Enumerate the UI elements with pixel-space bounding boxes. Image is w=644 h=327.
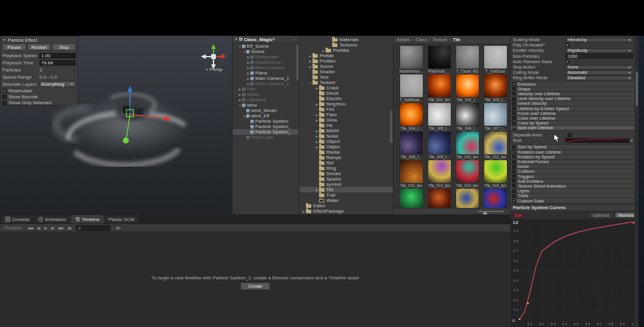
- module-texture-sheet-animation[interactable]: Texture Sheet Animation: [510, 184, 639, 189]
- hierarchy-item-scene[interactable]: ▼Scene: [233, 49, 299, 54]
- tab-console[interactable]: Console: [1, 215, 33, 223]
- project-folder-fire[interactable]: Fire: [299, 107, 393, 112]
- optimize-button[interactable]: Optimize: [589, 212, 613, 218]
- auto-random-seed-checkbox[interactable]: ✓: [565, 60, 569, 64]
- hierarchy-item-particle-system[interactable]: Particle System_: [233, 124, 299, 129]
- asset-tile-tile-008-t[interactable]: Tile_008_t...: [397, 132, 425, 160]
- timeline-options-dropdown[interactable]: ▼: [114, 225, 122, 231]
- project-folder-test[interactable]: Test: [299, 74, 393, 80]
- project-folder-sparks[interactable]: Sparks: [299, 176, 393, 182]
- expand-arrow-icon[interactable]: ▶: [315, 102, 319, 106]
- expand-arrow-icon[interactable]: ▶: [315, 145, 319, 149]
- hierarchy-item-water[interactable]: ▶Water: [233, 92, 299, 97]
- module-checkbox[interactable]: ✓: [512, 150, 516, 154]
- asset-tile-tile-007-t[interactable]: Tile_007_t...: [481, 103, 509, 132]
- module-checkbox[interactable]: ✓: [512, 126, 516, 130]
- module-checkbox[interactable]: [512, 87, 516, 91]
- hierarchy-scene-header[interactable]: ▼ Class_Magic* ⋮: [233, 36, 299, 43]
- transport-button-4[interactable]: ▶▶|: [56, 225, 66, 231]
- project-folder-water[interactable]: Water: [299, 198, 393, 203]
- module-custom-data[interactable]: ✓Custom Data: [510, 198, 639, 203]
- hierarchy-item-particle-system[interactable]: Particle System: [233, 119, 299, 124]
- project-folder-profiles[interactable]: ▶Profiles: [299, 58, 393, 64]
- transport-button-5[interactable]: [▶]: [66, 225, 73, 231]
- expand-arrow-icon[interactable]: ▶: [246, 55, 250, 59]
- project-folder-texture[interactable]: ▼Texture: [299, 80, 393, 85]
- view-orientation-gizmo[interactable]: x: [200, 43, 227, 70]
- hierarchy-item-wind-model[interactable]: wind_Model: [233, 108, 299, 113]
- asset-tile-tile-002-t[interactable]: Tile_002_t...: [453, 74, 481, 103]
- module-checkbox[interactable]: ✓: [512, 199, 516, 203]
- hierarchy-item-main-camera-1[interactable]: ▶Main Camera_1: [233, 76, 299, 81]
- transport-button-2[interactable]: ▶: [42, 225, 49, 231]
- expand-arrow-icon[interactable]: ▼: [308, 81, 312, 85]
- project-folder-decal[interactable]: Decal: [299, 91, 393, 96]
- expand-arrow-icon[interactable]: ▶: [246, 71, 250, 75]
- module-checkbox[interactable]: [512, 175, 516, 178]
- tab-timeline[interactable]: Timeline: [71, 215, 104, 223]
- expand-arrow-icon[interactable]: ▶: [238, 88, 242, 91]
- expand-arrow-icon[interactable]: ▶: [246, 77, 250, 80]
- hierarchy-item-watermark[interactable]: ▶Watermark: [233, 54, 299, 60]
- module-checkbox[interactable]: [512, 102, 516, 105]
- project-folder-ink[interactable]: Ink: [299, 123, 393, 128]
- expand-arrow-icon[interactable]: ▶: [308, 54, 312, 58]
- stop-action-dropdown[interactable]: None▼: [565, 65, 633, 70]
- project-folder-editor[interactable]: Editor: [299, 203, 393, 208]
- expand-arrow-icon[interactable]: ▶: [238, 93, 242, 96]
- project-folder-smoke[interactable]: Smoke: [299, 171, 393, 176]
- asset-tile-tile-009-t[interactable]: Tile_009_t...: [425, 132, 453, 160]
- module-checkbox[interactable]: [512, 194, 516, 198]
- asset-tile-t-softdust[interactable]: T_SoftDust: [481, 46, 509, 74]
- project-folder-shader[interactable]: Shader: [299, 69, 393, 74]
- expand-arrow-icon[interactable]: ▶: [315, 119, 319, 122]
- expand-arrow-icon[interactable]: ▶: [246, 61, 250, 64]
- kebab-menu-icon[interactable]: ⋮: [292, 37, 297, 42]
- hierarchy-item-eff-scene[interactable]: ▼Eff_Scene: [233, 43, 299, 49]
- project-folder-electric[interactable]: Electric: [299, 96, 393, 101]
- asset-tile-t-cloud-m2[interactable]: T_Cloud_M2: [453, 46, 481, 74]
- size-curve-field[interactable]: [565, 138, 629, 143]
- curves-panel-header[interactable]: Particle System Curves ⋮: [510, 204, 639, 211]
- asset-tile-tile-014-tex[interactable]: Tile_014_tex: [453, 160, 481, 189]
- module-checkbox[interactable]: [512, 184, 516, 188]
- asset-tile-tile-005-t[interactable]: Tile_005_t...: [425, 103, 453, 132]
- expand-arrow-icon[interactable]: ▶: [246, 82, 250, 86]
- module-checkbox[interactable]: [512, 155, 516, 158]
- breadcrumb-segment-texture[interactable]: Texture: [432, 37, 447, 42]
- hierarchy-item-plane[interactable]: ▶Plane: [233, 70, 299, 76]
- scrollbar-thumb-icon[interactable]: [636, 71, 638, 106]
- curve-editor[interactable]: ⚙ ⚙ 1.00.90.80.70.60.50.40.30.20.10.10.2…: [510, 219, 639, 327]
- project-folder-effectpackage[interactable]: ▶EffectPackage: [299, 208, 393, 214]
- expand-arrow-icon[interactable]: ▶: [315, 86, 319, 90]
- expand-arrow-icon[interactable]: ▶: [321, 49, 326, 52]
- project-folder-objtex[interactable]: ▶Objtex: [299, 144, 393, 150]
- tab-animation[interactable]: Animation: [34, 215, 70, 223]
- scene-view[interactable]: x < Persp ▼ Particle Effect PauseRestart…: [0, 36, 233, 214]
- separate-axes-checkbox[interactable]: [568, 133, 572, 137]
- asset-tile-tile-004-t[interactable]: Tile_004_t...: [397, 103, 425, 132]
- asset-tile-tile-010-tex[interactable]: Tile_010_tex: [453, 132, 481, 160]
- project-folder-scene[interactable]: ▶Scene: [299, 64, 393, 69]
- module-checkbox[interactable]: [512, 189, 516, 193]
- project-folder-mask[interactable]: ▶MASK: [299, 128, 393, 133]
- expand-arrow-icon[interactable]: ▶: [238, 98, 242, 102]
- project-folder-textures[interactable]: Textures: [299, 42, 393, 48]
- expand-arrow-icon[interactable]: ▶: [246, 66, 250, 70]
- expand-arrow-icon[interactable]: ▼: [242, 50, 246, 54]
- expand-arrow-icon[interactable]: ▶: [302, 210, 306, 213]
- expand-arrow-icon[interactable]: ▶: [315, 129, 319, 133]
- expand-arrow-icon[interactable]: ▶: [308, 60, 312, 63]
- thumbnail-size-slider[interactable]: [478, 211, 504, 212]
- culling-mode-dropdown[interactable]: Automatic▼: [565, 70, 633, 75]
- expand-arrow-icon[interactable]: ▶: [315, 135, 319, 138]
- project-scrollbar[interactable]: [390, 110, 392, 143]
- hierarchy-item-fire[interactable]: ▶Fire: [233, 86, 299, 92]
- asset-tile-tile-012-tex[interactable]: Tile_012_tex: [397, 160, 425, 189]
- project-folder-ring[interactable]: Ring: [299, 166, 393, 171]
- hierarchy-item-lightning[interactable]: ▶Lightning: [233, 97, 299, 102]
- expand-arrow-icon[interactable]: ▶: [315, 113, 319, 117]
- curve-legend-size[interactable]: Size: [512, 213, 524, 217]
- module-checkbox[interactable]: [512, 170, 516, 173]
- project-folder-symbol[interactable]: symbol: [299, 182, 393, 187]
